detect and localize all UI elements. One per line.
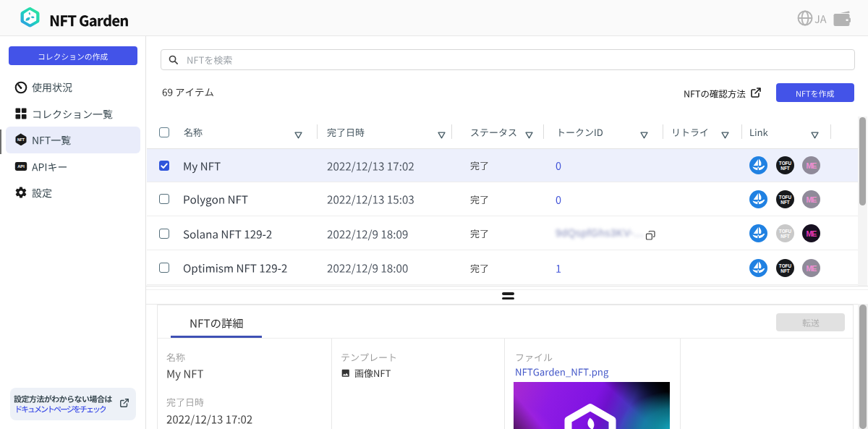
svg-text:NFT: NFT xyxy=(780,200,790,205)
svg-text:ME: ME xyxy=(806,195,817,203)
svg-text:NFT: NFT xyxy=(780,166,790,171)
svg-text:ME: ME xyxy=(806,229,817,238)
svg-text:API: API xyxy=(17,164,25,169)
svg-text:ME: ME xyxy=(806,263,817,272)
svg-text:NFT: NFT xyxy=(17,138,25,143)
svg-text:NFT: NFT xyxy=(780,234,790,239)
svg-text:NFT: NFT xyxy=(780,268,790,273)
svg-text:ME: ME xyxy=(806,161,817,170)
